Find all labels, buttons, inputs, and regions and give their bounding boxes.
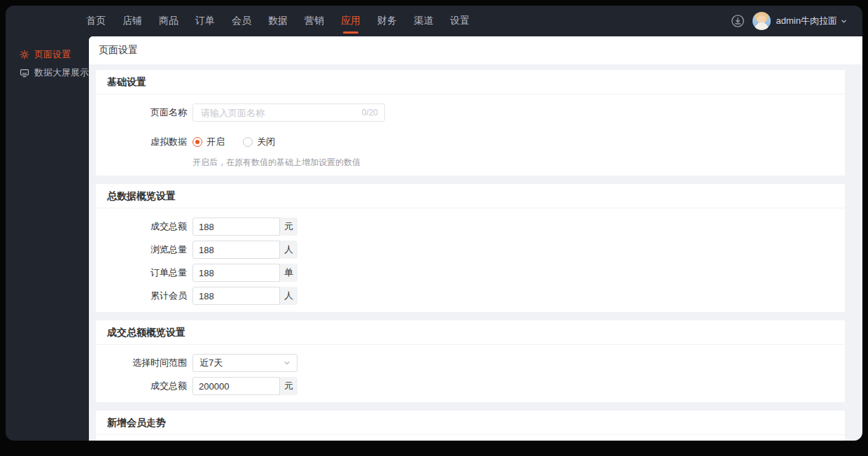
content: 页面设置 基础设置 页面名称 0/20 — [89, 36, 862, 441]
nav-item-goods[interactable]: 商品 — [159, 6, 178, 36]
orders-total-label: 订单总量 — [96, 264, 187, 282]
unit-addon: 元 — [280, 377, 298, 395]
top-navbar: 首页 店铺 商品 订单 会员 数据 营销 应用 财务 渠道 设置 admin牛肉… — [6, 6, 862, 36]
unit-addon: 人 — [280, 287, 298, 305]
nav-item-orders[interactable]: 订单 — [195, 6, 215, 36]
virtual-data-radio-group: 开启 关闭 — [192, 133, 360, 151]
nav-item-marketing[interactable]: 营销 — [304, 6, 324, 36]
page-name-label: 页面名称 — [96, 104, 187, 122]
virtual-data-hint: 开启后，在原有数值的基础上增加设置的数值 — [192, 157, 360, 169]
page-title: 页面设置 — [99, 44, 138, 57]
nav-item-shop[interactable]: 店铺 — [122, 6, 142, 36]
unit-addon: 人 — [280, 241, 298, 259]
views-total-label: 浏览总量 — [96, 241, 187, 259]
radio-dot-icon — [192, 137, 202, 147]
chevron-down-icon — [284, 359, 290, 366]
views-total-input[interactable] — [192, 241, 280, 259]
sidebar-item-data-screen[interactable]: 数据大屏展示 — [6, 64, 89, 82]
body-row: 页面设置 数据大屏展示 页面设置 基础设置 — [6, 36, 862, 441]
radio-on[interactable]: 开启 — [192, 136, 225, 148]
page-title-bar: 页面设置 — [89, 36, 862, 64]
radio-off[interactable]: 关闭 — [243, 136, 275, 148]
card-title: 新增会员走势 — [96, 411, 845, 435]
settings-scroll-area[interactable]: 基础设置 页面名称 0/20 虚拟数据 — [89, 64, 862, 441]
nav-item-settings[interactable]: 设置 — [450, 6, 470, 36]
sidebar-item-label: 数据大屏展示 — [34, 66, 89, 79]
time-range-select[interactable]: 近7天 — [192, 354, 298, 372]
nav-item-channels[interactable]: 渠道 — [414, 6, 433, 36]
sidebar-item-label: 页面设置 — [34, 48, 71, 61]
avatar[interactable] — [752, 12, 771, 30]
chevron-down-icon — [841, 18, 847, 24]
page-name-input[interactable] — [200, 107, 358, 119]
time-range-value: 近7天 — [200, 357, 223, 369]
deal-total-label: 成交总额 — [96, 218, 187, 236]
screen-icon — [20, 68, 29, 78]
sidebar-item-page-settings[interactable]: 页面设置 — [6, 45, 89, 64]
deal-amount-input[interactable] — [192, 377, 280, 395]
deal-total-input[interactable] — [192, 218, 280, 236]
views-total-group: 人 — [192, 241, 298, 259]
virtual-data-label: 虚拟数据 — [96, 133, 187, 151]
gear-icon — [20, 50, 29, 59]
members-total-input[interactable] — [192, 287, 280, 305]
nav-item-finance[interactable]: 财务 — [377, 6, 397, 36]
card-title: 基础设置 — [96, 70, 845, 94]
page-name-input-wrap: 0/20 — [192, 104, 385, 122]
download-icon[interactable] — [730, 13, 746, 29]
radio-on-label: 开启 — [206, 136, 225, 148]
app-window: 首页 店铺 商品 订单 会员 数据 营销 应用 财务 渠道 设置 admin牛肉… — [6, 6, 862, 441]
user-name: admin牛肉拉面 — [776, 15, 837, 27]
deal-amount-group: 元 — [192, 377, 298, 395]
char-counter: 0/20 — [362, 108, 378, 117]
orders-total-input[interactable] — [192, 264, 280, 282]
members-total-group: 人 — [192, 287, 298, 305]
unit-addon: 元 — [280, 218, 298, 236]
card-basic-settings: 基础设置 页面名称 0/20 虚拟数据 — [96, 70, 845, 176]
deal-total-group: 元 — [192, 218, 298, 236]
orders-total-group: 单 — [192, 264, 298, 282]
members-total-label: 累计会员 — [96, 287, 187, 305]
card-overview-settings: 总数据概览设置 成交总额 元 浏览总量 — [96, 184, 845, 312]
radio-dot-icon — [243, 137, 253, 147]
sidebar: 页面设置 数据大屏展示 — [6, 36, 89, 441]
nav-item-home[interactable]: 首页 — [86, 6, 106, 36]
deal-amount-label: 成交总额 — [96, 377, 187, 395]
unit-addon: 单 — [280, 264, 298, 282]
main-nav: 首页 店铺 商品 订单 会员 数据 营销 应用 财务 渠道 设置 — [86, 6, 486, 36]
card-title: 成交总额概览设置 — [96, 320, 845, 345]
nav-item-data[interactable]: 数据 — [268, 6, 288, 36]
nav-item-members[interactable]: 会员 — [232, 6, 251, 36]
card-title: 总数据概览设置 — [96, 184, 845, 208]
topnav-right: admin牛肉拉面 — [730, 6, 847, 36]
card-deal-overview-settings: 成交总额概览设置 选择时间范围 近7天 成交总额 — [96, 320, 845, 402]
card-member-trend: 新增会员走势 — [96, 411, 845, 441]
user-menu[interactable]: admin牛肉拉面 — [776, 15, 847, 27]
time-range-label: 选择时间范围 — [96, 354, 187, 372]
radio-off-label: 关闭 — [257, 136, 275, 148]
nav-item-apps[interactable]: 应用 — [341, 6, 360, 36]
